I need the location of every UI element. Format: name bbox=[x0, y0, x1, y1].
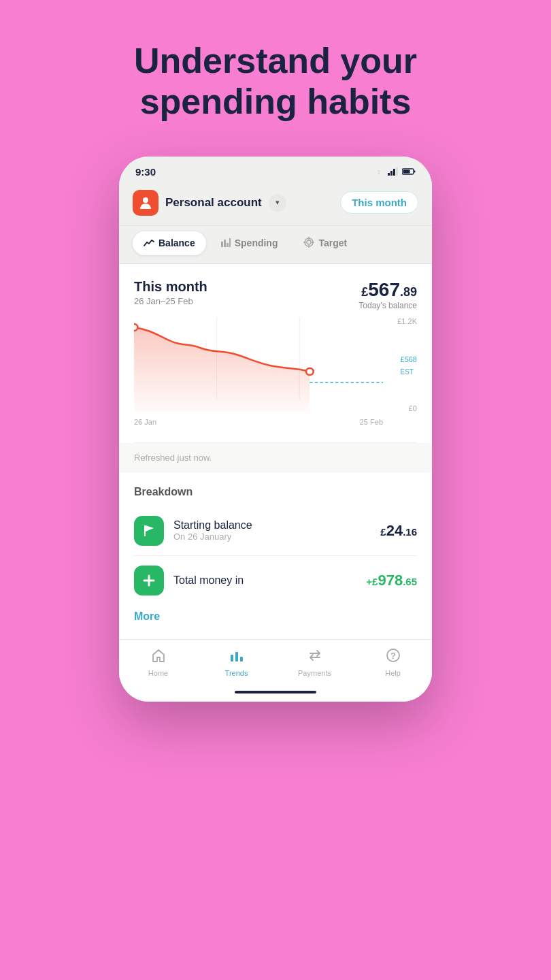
status-time: 9:30 bbox=[135, 166, 156, 178]
nav-help[interactable]: ? Help bbox=[373, 648, 414, 677]
starting-balance-amount: £24.16 bbox=[380, 522, 417, 540]
chart-x-start: 26 Jan bbox=[134, 418, 156, 426]
phone-frame: 9:30 bbox=[119, 157, 432, 702]
svg-rect-9 bbox=[224, 240, 226, 247]
nav-trends-label: Trends bbox=[225, 669, 248, 677]
svg-rect-0 bbox=[388, 173, 390, 176]
starting-balance-info: Starting balance On 26 January bbox=[173, 519, 371, 542]
starting-balance-sublabel: On 26 January bbox=[173, 532, 371, 542]
chart-y-labels: £1.2K £568 EST £0 bbox=[397, 317, 417, 412]
period-selector-button[interactable]: This month bbox=[340, 191, 418, 214]
house-icon bbox=[151, 648, 166, 663]
breakdown-title: Breakdown bbox=[134, 486, 417, 498]
account-left: Personal account ▾ bbox=[133, 190, 286, 216]
chart-title-group: This month 26 Jan–25 Feb bbox=[134, 279, 207, 306]
svg-rect-11 bbox=[229, 238, 231, 247]
chart-amount-group: £567.89 Today's balance bbox=[358, 279, 417, 310]
flag-icon bbox=[141, 523, 156, 538]
account-avatar bbox=[133, 190, 158, 216]
account-header: Personal account ▾ This month bbox=[119, 183, 432, 226]
money-in-info: Total money in bbox=[173, 574, 356, 587]
help-icon: ? bbox=[386, 648, 401, 667]
chart-y-est: £568 EST bbox=[401, 353, 417, 377]
trends-icon bbox=[229, 648, 244, 667]
account-name: Personal account bbox=[165, 196, 262, 210]
person-icon bbox=[138, 195, 153, 210]
bar-chart-icon bbox=[221, 238, 231, 247]
chart-header: This month 26 Jan–25 Feb £567.89 Today's… bbox=[134, 279, 417, 310]
starting-main: 24 bbox=[386, 522, 403, 539]
breakdown-item-money-in[interactable]: Total money in +£978.65 bbox=[134, 559, 417, 602]
svg-rect-24 bbox=[231, 655, 233, 662]
svg-rect-6 bbox=[414, 171, 416, 173]
plus-icon bbox=[141, 573, 156, 588]
money-in-main: 978 bbox=[378, 572, 403, 589]
nav-payments-label: Payments bbox=[298, 669, 331, 677]
money-in-amount: +£978.65 bbox=[366, 572, 417, 589]
starting-balance-icon bbox=[134, 516, 164, 546]
home-icon bbox=[151, 648, 166, 667]
payments-icon bbox=[307, 648, 322, 667]
chart-section: This month 26 Jan–25 Feb £567.89 Today's… bbox=[119, 264, 432, 442]
starting-decimal: .16 bbox=[403, 526, 417, 538]
breakdown-section: Breakdown Starting balance On 26 January… bbox=[119, 472, 432, 639]
nav-payments[interactable]: Payments bbox=[295, 648, 335, 677]
svg-rect-21 bbox=[144, 525, 146, 536]
chart-title: This month bbox=[134, 279, 207, 295]
tabs-bar: Balance Spending bbox=[119, 226, 432, 264]
nav-home[interactable]: Home bbox=[138, 648, 179, 677]
trends-bar-icon bbox=[229, 648, 244, 663]
chart-y-high: £1.2K bbox=[397, 317, 417, 325]
nav-home-label: Home bbox=[148, 669, 168, 677]
account-dropdown-button[interactable]: ▾ bbox=[269, 194, 286, 212]
chart-main-amount: 567 bbox=[368, 279, 400, 300]
tab-target[interactable]: Target bbox=[293, 231, 358, 255]
chart-x-end: 25 Feb bbox=[360, 418, 383, 426]
starting-currency: £ bbox=[380, 526, 386, 538]
svg-rect-25 bbox=[235, 652, 238, 662]
chart-x-labels: 26 Jan 25 Feb bbox=[134, 418, 383, 426]
money-in-currency: +£ bbox=[366, 576, 378, 587]
svg-rect-5 bbox=[403, 170, 410, 174]
chart-date-range: 26 Jan–25 Feb bbox=[134, 296, 207, 306]
crosshair-icon bbox=[303, 237, 314, 248]
main-content: This month 26 Jan–25 Feb £567.89 Today's… bbox=[119, 264, 432, 702]
starting-balance-label: Starting balance bbox=[173, 519, 371, 532]
total-money-in-icon bbox=[134, 566, 164, 595]
svg-point-7 bbox=[143, 197, 148, 203]
breakdown-item-starting[interactable]: Starting balance On 26 January £24.16 bbox=[134, 509, 417, 553]
tab-balance-label: Balance bbox=[158, 238, 195, 248]
money-in-decimal: .65 bbox=[403, 576, 417, 587]
more-link[interactable]: More bbox=[134, 602, 417, 625]
svg-rect-26 bbox=[240, 657, 243, 662]
svg-rect-2 bbox=[393, 169, 395, 176]
chart-start-dot bbox=[134, 324, 137, 331]
target-icon bbox=[303, 237, 314, 250]
balance-icon bbox=[144, 238, 154, 249]
nav-trends[interactable]: Trends bbox=[216, 648, 257, 677]
trend-icon bbox=[144, 238, 154, 247]
nav-help-label: Help bbox=[385, 669, 401, 677]
wifi-icon bbox=[373, 167, 384, 176]
chart-end-dot bbox=[306, 368, 314, 375]
tab-target-label: Target bbox=[318, 238, 347, 248]
chart-amount-label: Today's balance bbox=[358, 301, 417, 310]
home-bar bbox=[235, 691, 316, 693]
chart-currency: £ bbox=[361, 285, 368, 299]
chart-est-label: EST bbox=[401, 368, 414, 376]
svg-rect-10 bbox=[227, 243, 229, 247]
chart-svg-container bbox=[134, 317, 383, 412]
bottom-nav: Home Trends bbox=[119, 639, 432, 683]
tab-spending-label: Spending bbox=[235, 238, 278, 248]
tab-spending[interactable]: Spending bbox=[210, 231, 289, 255]
status-icons bbox=[373, 167, 416, 176]
svg-text:?: ? bbox=[390, 651, 396, 661]
refreshed-text: Refreshed just now. bbox=[119, 443, 432, 472]
svg-rect-3 bbox=[396, 167, 398, 176]
balance-chart bbox=[134, 317, 383, 412]
transfer-icon bbox=[307, 648, 322, 663]
tab-balance[interactable]: Balance bbox=[133, 231, 206, 255]
spending-icon bbox=[221, 238, 231, 249]
svg-rect-1 bbox=[390, 171, 393, 176]
breakdown-divider bbox=[134, 555, 417, 556]
